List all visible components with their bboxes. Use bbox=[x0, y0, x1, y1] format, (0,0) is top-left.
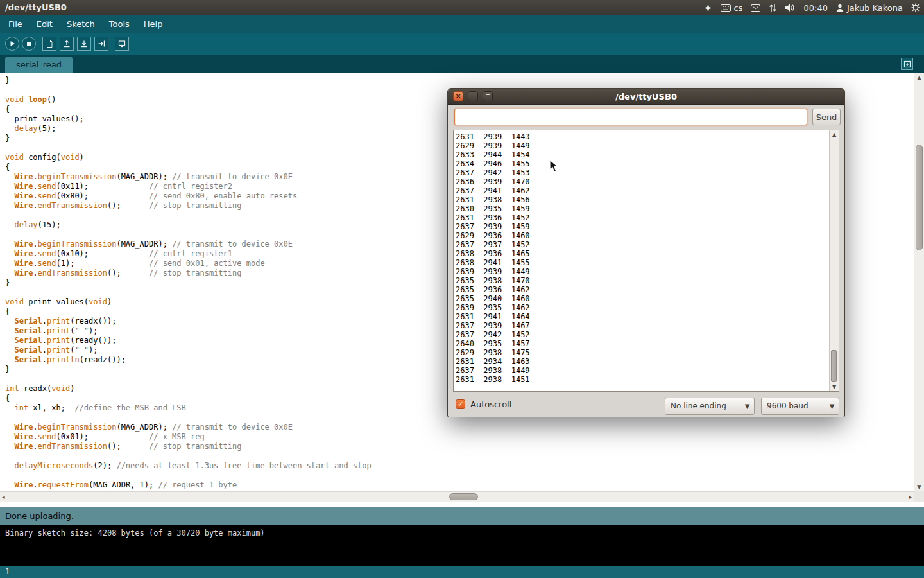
new-tab-icon bbox=[903, 60, 911, 68]
serial-output-line: 2631 -2938 -1456 bbox=[456, 195, 829, 204]
serial-output-line: 2637 -2939 -1467 bbox=[456, 321, 829, 330]
tab-serial-read[interactable]: serial_read bbox=[5, 57, 73, 73]
serial-output-text: 2631 -2939 -14432629 -2939 -14492633 -29… bbox=[454, 130, 829, 391]
chevron-down-icon[interactable]: ▼ bbox=[740, 398, 754, 414]
chevron-down-icon[interactable]: ▼ bbox=[825, 398, 839, 414]
editor-vertical-scrollbar[interactable]: ▲ ▼ bbox=[914, 73, 924, 491]
serial-input-field[interactable] bbox=[454, 109, 807, 125]
upload-button[interactable] bbox=[94, 37, 108, 51]
serial-scroll-down-arrow[interactable]: ▼ bbox=[830, 384, 839, 390]
close-icon[interactable]: × bbox=[453, 91, 463, 101]
mail-indicator[interactable] bbox=[751, 0, 760, 15]
serial-output-line: 2631 -2938 -1451 bbox=[456, 375, 829, 384]
line-ending-dropdown[interactable]: No line ending ▼ bbox=[665, 398, 755, 415]
baud-rate-dropdown[interactable]: 9600 baud ▼ bbox=[761, 398, 839, 415]
serial-output-line: 2639 -2935 -1462 bbox=[456, 303, 829, 312]
scroll-left-arrow[interactable]: ◂ bbox=[2, 492, 5, 502]
sync-indicator[interactable] bbox=[769, 0, 777, 15]
serial-output-line: 2635 -2938 -1470 bbox=[456, 276, 829, 285]
serial-window-title: /dev/ttyUSB0 bbox=[448, 89, 844, 105]
tab-bar: serial_read bbox=[0, 55, 924, 73]
new-file-icon bbox=[46, 40, 53, 48]
indicator-icon[interactable] bbox=[704, 0, 712, 15]
user-icon bbox=[836, 4, 844, 12]
code-line bbox=[5, 471, 914, 480]
current-line-number: 1 bbox=[5, 567, 10, 576]
serial-window-titlebar[interactable]: × ─ /dev/ttyUSB0 bbox=[448, 89, 844, 105]
send-button[interactable]: Send bbox=[812, 109, 841, 125]
session-menu[interactable] bbox=[911, 0, 920, 15]
serial-output-line: 2631 -2936 -1452 bbox=[456, 213, 829, 222]
keyboard-layout-indicator[interactable]: cs bbox=[721, 0, 743, 15]
code-line: delayMicroseconds(2); //needs at least 1… bbox=[5, 461, 914, 471]
autoscroll-label: Autoscroll bbox=[470, 399, 511, 409]
clock[interactable]: 00:40 bbox=[803, 0, 827, 15]
serial-scroll-up-arrow[interactable]: ▲ bbox=[830, 132, 839, 137]
serial-output-area[interactable]: 2631 -2939 -14432629 -2939 -14492633 -29… bbox=[453, 130, 839, 392]
menu-item-file[interactable]: File bbox=[1, 15, 30, 33]
menu-item-edit[interactable]: Edit bbox=[30, 15, 60, 33]
menu-item-help[interactable]: Help bbox=[137, 15, 170, 33]
scroll-down-arrow[interactable]: ▼ bbox=[914, 484, 924, 490]
editor-horizontal-scrollbar[interactable]: ◂ ▸ bbox=[0, 491, 914, 502]
status-bar: Done uploading. bbox=[0, 507, 924, 525]
serial-output-line: 2629 -2939 -1449 bbox=[456, 141, 829, 150]
arrow-up-icon bbox=[63, 40, 71, 48]
menubar: FileEditSketchToolsHelp bbox=[0, 15, 924, 33]
minimize-icon[interactable]: ─ bbox=[468, 91, 478, 101]
serial-monitor-window: × ─ /dev/ttyUSB0 Send 2631 -2939 -144326… bbox=[447, 88, 845, 417]
code-line bbox=[5, 451, 914, 461]
serial-output-line: 2629 -2938 -1475 bbox=[456, 348, 829, 357]
code-line: Wire.endTransmission(); // stop transmit… bbox=[5, 442, 914, 451]
serial-output-line: 2637 -2938 -1449 bbox=[456, 366, 829, 375]
status-message: Done uploading. bbox=[5, 511, 74, 521]
serial-output-scrollbar[interactable]: ▲ ▼ bbox=[829, 130, 839, 391]
menu-item-tools[interactable]: Tools bbox=[102, 15, 137, 33]
open-sketch-button[interactable] bbox=[60, 37, 74, 51]
serial-output-line: 2629 -2936 -1460 bbox=[456, 231, 829, 240]
scrollbar-corner bbox=[914, 491, 924, 502]
serial-output-line: 2637 -2941 -1462 bbox=[456, 186, 829, 195]
user-menu[interactable]: Jakub Kakona bbox=[836, 0, 903, 15]
vertical-scroll-handle[interactable] bbox=[916, 144, 923, 250]
tab-menu-button[interactable] bbox=[901, 58, 913, 70]
new-sketch-button[interactable] bbox=[42, 37, 56, 51]
top-panel: /dev/ttyUSB0 cs 00:40 Jaku bbox=[0, 0, 924, 15]
keyboard-icon bbox=[721, 4, 731, 12]
volume-indicator[interactable] bbox=[785, 0, 795, 15]
build-console: Binary sketch size: 4208 bytes (of a 307… bbox=[0, 525, 924, 566]
serial-output-line: 2638 -2941 -1455 bbox=[456, 258, 829, 267]
code-line: Wire.send(0x01); // x MSB reg bbox=[5, 432, 914, 442]
maximize-icon[interactable] bbox=[483, 91, 493, 101]
menu-item-sketch[interactable]: Sketch bbox=[60, 15, 102, 33]
serial-output-line: 2634 -2946 -1455 bbox=[456, 159, 829, 168]
line-number-bar: 1 bbox=[0, 566, 924, 578]
serial-output-line: 2630 -2935 -1459 bbox=[456, 204, 829, 213]
serial-output-line: 2637 -2942 -1453 bbox=[456, 168, 829, 177]
scroll-right-arrow[interactable]: ▸ bbox=[909, 492, 912, 502]
save-sketch-button[interactable] bbox=[77, 37, 91, 51]
gear-icon bbox=[911, 3, 920, 12]
autoscroll-checkbox[interactable] bbox=[456, 399, 465, 409]
play-icon bbox=[8, 40, 16, 48]
system-tray: cs 00:40 Jakub Kakona bbox=[704, 0, 920, 15]
toolbar bbox=[0, 33, 924, 55]
arrow-down-icon bbox=[80, 40, 88, 48]
serial-output-line: 2633 -2944 -1454 bbox=[456, 150, 829, 159]
serial-monitor-button[interactable] bbox=[115, 37, 129, 51]
autoscroll-control: Autoscroll bbox=[456, 399, 511, 409]
serial-scroll-handle[interactable] bbox=[831, 350, 837, 382]
stop-icon bbox=[25, 40, 33, 48]
stop-button[interactable] bbox=[22, 37, 36, 51]
verify-button[interactable] bbox=[5, 37, 19, 51]
horizontal-scroll-handle[interactable] bbox=[449, 493, 478, 500]
serial-output-line: 2631 -2934 -1463 bbox=[456, 357, 829, 366]
scroll-up-arrow[interactable]: ▲ bbox=[914, 74, 924, 81]
screen: /dev/ttyUSB0 cs 00:40 Jaku bbox=[0, 0, 924, 578]
serial-output-line: 2631 -2939 -1443 bbox=[456, 132, 829, 141]
console-text: Binary sketch size: 4208 bytes (of a 307… bbox=[5, 529, 919, 538]
code-line: Wire.requestFrom(MAG_ADDR, 1); // reques… bbox=[5, 480, 914, 490]
speaker-icon bbox=[785, 4, 795, 12]
serial-output-line: 2637 -2937 -1452 bbox=[456, 240, 829, 249]
serial-output-line: 2636 -2939 -1470 bbox=[456, 177, 829, 186]
